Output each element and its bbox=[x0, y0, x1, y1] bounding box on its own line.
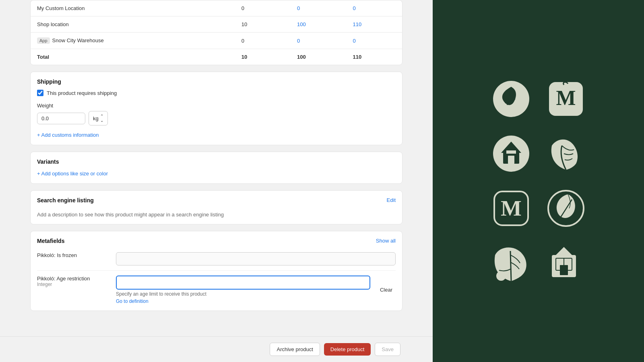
svg-rect-19 bbox=[560, 265, 568, 275]
svg-text:M: M bbox=[556, 86, 576, 109]
incoming-link[interactable]: 0 bbox=[297, 38, 300, 44]
incoming-value: 0 bbox=[291, 33, 346, 49]
delete-product-button[interactable]: Delete product bbox=[324, 343, 371, 356]
on-hand-value: 0 bbox=[235, 33, 291, 49]
incoming-value: 0 bbox=[291, 0, 346, 16]
available-link[interactable]: 0 bbox=[353, 38, 356, 44]
variants-card: Variants + Add options like size or colo… bbox=[30, 152, 402, 184]
incoming-link[interactable]: 0 bbox=[297, 5, 300, 11]
table-row: AppSnow City Warehouse 0 0 0 bbox=[31, 33, 402, 49]
requires-shipping-checkbox[interactable] bbox=[37, 90, 43, 96]
metafield-frozen-input-col bbox=[116, 252, 396, 265]
scroll-content: My Custom Location 0 0 0 Shop location 1… bbox=[0, 0, 433, 362]
total-incoming: 100 bbox=[291, 49, 346, 65]
icon-cell-5: M bbox=[487, 184, 535, 232]
icons-grid: M bbox=[487, 75, 590, 287]
leaf-in-circle-icon bbox=[546, 188, 586, 228]
inventory-card: My Custom Location 0 0 0 Shop location 1… bbox=[30, 0, 402, 65]
apple-m-icon: M bbox=[546, 79, 586, 119]
metafield-age-row: Pikkoló: Age restriction Integer Specify… bbox=[37, 276, 396, 304]
metafield-frozen-label-col: Pikkoló: Is frozen bbox=[37, 252, 109, 258]
seo-card: Search engine listing Edit Add a descrip… bbox=[30, 190, 402, 224]
seo-description: Add a description to see how this produc… bbox=[37, 212, 396, 218]
location-name: Shop location bbox=[31, 16, 235, 33]
on-hand-value: 0 bbox=[235, 0, 291, 16]
svg-rect-6 bbox=[508, 156, 514, 164]
seo-title: Search engine listing bbox=[37, 197, 94, 204]
incoming-link[interactable]: 100 bbox=[297, 21, 306, 27]
metafields-card: Metafields Show all Pikkoló: Is frozen P… bbox=[30, 231, 402, 311]
leaf-circle-icon bbox=[491, 79, 531, 119]
add-options-link[interactable]: + Add options like size or color bbox=[37, 171, 108, 177]
requires-shipping-label: This product requires shipping bbox=[47, 90, 117, 96]
wide-leaf-icon bbox=[491, 243, 531, 283]
total-available: 110 bbox=[347, 49, 402, 65]
icon-cell-7 bbox=[487, 239, 535, 287]
weight-label: Weight bbox=[37, 103, 396, 109]
on-hand-value: 10 bbox=[235, 16, 291, 33]
location-name: AppSnow City Warehouse bbox=[31, 33, 235, 49]
big-leaf-icon bbox=[546, 134, 586, 174]
house-icon bbox=[491, 134, 531, 174]
available-value: 0 bbox=[347, 33, 402, 49]
save-button[interactable]: Save bbox=[375, 343, 400, 356]
svg-rect-8 bbox=[506, 150, 516, 154]
total-row: Total 10 100 110 bbox=[31, 49, 402, 65]
location-name: My Custom Location bbox=[31, 0, 235, 16]
total-on-hand: 10 bbox=[235, 49, 291, 65]
metafield-age-label-col: Pikkoló: Age restriction Integer bbox=[37, 276, 109, 287]
package-icon bbox=[546, 243, 586, 283]
metafield-frozen-row: Pikkoló: Is frozen bbox=[37, 252, 396, 271]
main-area: My Custom Location 0 0 0 Shop location 1… bbox=[0, 0, 433, 362]
shipping-card: Shipping This product requires shipping … bbox=[30, 72, 402, 145]
requires-shipping-row: This product requires shipping bbox=[37, 90, 396, 96]
add-customs-link[interactable]: + Add customs information bbox=[37, 132, 99, 138]
svg-text:M: M bbox=[501, 196, 522, 220]
icon-cell-4 bbox=[542, 130, 590, 178]
variants-title: Variants bbox=[37, 158, 396, 165]
metafield-age-label: Pikkoló: Age restriction bbox=[37, 276, 109, 282]
metafield-age-sublabel: Integer bbox=[37, 282, 109, 287]
weight-input[interactable] bbox=[37, 113, 85, 124]
svg-marker-18 bbox=[556, 247, 572, 255]
weight-unit-select[interactable]: kg ⌃⌄ bbox=[89, 111, 108, 125]
icon-cell-6 bbox=[542, 184, 590, 232]
shipping-title: Shipping bbox=[37, 78, 396, 85]
metafields-title: Metafields bbox=[37, 238, 64, 244]
seo-header: Search engine listing Edit bbox=[37, 197, 396, 208]
icon-cell-2: M bbox=[542, 75, 590, 123]
table-row: Shop location 10 100 110 bbox=[31, 16, 402, 33]
total-label: Total bbox=[31, 49, 235, 65]
bottom-bar: Archive product Delete product Save bbox=[0, 336, 433, 362]
metafield-age-input-col: Specify an age limit to receive this pro… bbox=[116, 276, 370, 304]
table-row: My Custom Location 0 0 0 bbox=[31, 0, 402, 16]
metafield-age-input[interactable] bbox=[116, 276, 370, 290]
available-link[interactable]: 110 bbox=[353, 21, 362, 27]
svg-point-14 bbox=[496, 271, 506, 281]
app-badge: App bbox=[37, 37, 50, 44]
archive-product-button[interactable]: Archive product bbox=[270, 343, 320, 356]
metafields-header: Metafields Show all bbox=[37, 238, 396, 249]
inventory-table: My Custom Location 0 0 0 Shop location 1… bbox=[31, 0, 402, 65]
icon-cell-8 bbox=[542, 239, 590, 287]
right-panel: M bbox=[433, 0, 644, 362]
show-all-link[interactable]: Show all bbox=[376, 238, 396, 244]
weight-row: kg ⌃⌄ bbox=[37, 111, 396, 125]
metafield-frozen-label: Pikkoló: Is frozen bbox=[37, 252, 109, 258]
metafield-age-desc: Specify an age limit to receive this pro… bbox=[116, 291, 370, 297]
clear-button[interactable]: Clear bbox=[377, 285, 396, 294]
incoming-value: 100 bbox=[291, 16, 346, 33]
go-to-definition-link[interactable]: Go to definition bbox=[116, 298, 370, 304]
seo-edit-link[interactable]: Edit bbox=[387, 197, 396, 203]
metafield-frozen-input[interactable] bbox=[116, 252, 396, 265]
weight-unit-label: kg bbox=[93, 115, 99, 121]
icon-cell-1 bbox=[487, 75, 535, 123]
available-value: 110 bbox=[347, 16, 402, 33]
available-link[interactable]: 0 bbox=[353, 5, 356, 11]
available-value: 0 bbox=[347, 0, 402, 16]
m-rounded-icon: M bbox=[491, 188, 531, 228]
icon-cell-3 bbox=[487, 130, 535, 178]
chevron-icon: ⌃⌄ bbox=[100, 114, 103, 123]
